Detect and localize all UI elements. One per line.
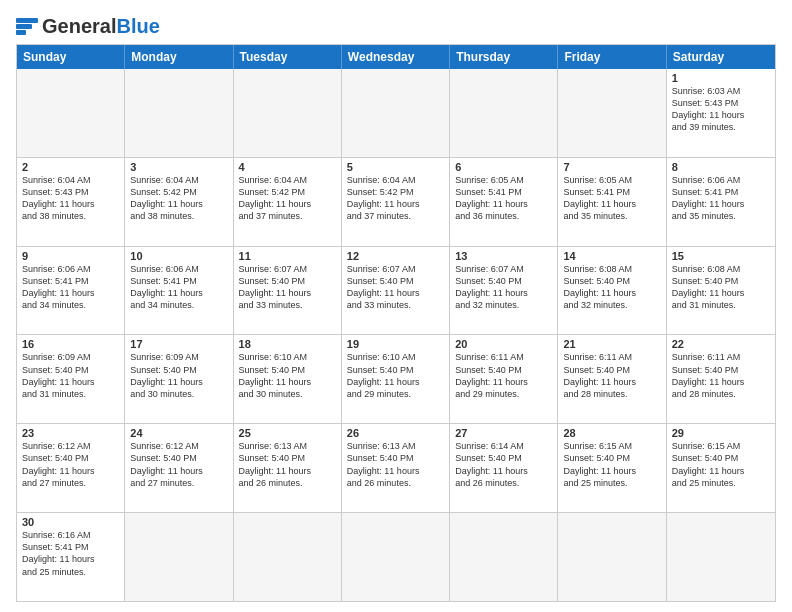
- cell-info: Sunrise: 6:11 AM Sunset: 5:40 PM Dayligh…: [563, 351, 660, 400]
- cell-info: Sunrise: 6:07 AM Sunset: 5:40 PM Dayligh…: [455, 263, 552, 312]
- calendar-cell-empty: [667, 513, 775, 601]
- logo-wrapper: GeneralBlue: [16, 16, 160, 36]
- calendar-cell-day-2: 2Sunrise: 6:04 AM Sunset: 5:43 PM Daylig…: [17, 158, 125, 246]
- calendar-header-tuesday: Tuesday: [234, 45, 342, 69]
- calendar-cell-day-9: 9Sunrise: 6:06 AM Sunset: 5:41 PM Daylig…: [17, 247, 125, 335]
- calendar-cell-day-27: 27Sunrise: 6:14 AM Sunset: 5:40 PM Dayli…: [450, 424, 558, 512]
- cell-info: Sunrise: 6:10 AM Sunset: 5:40 PM Dayligh…: [239, 351, 336, 400]
- day-number: 3: [130, 161, 227, 173]
- calendar-row-5: 30Sunrise: 6:16 AM Sunset: 5:41 PM Dayli…: [17, 512, 775, 601]
- calendar-cell-day-29: 29Sunrise: 6:15 AM Sunset: 5:40 PM Dayli…: [667, 424, 775, 512]
- calendar-cell-day-3: 3Sunrise: 6:04 AM Sunset: 5:42 PM Daylig…: [125, 158, 233, 246]
- calendar-row-0: 1Sunrise: 6:03 AM Sunset: 5:43 PM Daylig…: [17, 69, 775, 157]
- calendar-cell-day-17: 17Sunrise: 6:09 AM Sunset: 5:40 PM Dayli…: [125, 335, 233, 423]
- day-number: 18: [239, 338, 336, 350]
- day-number: 10: [130, 250, 227, 262]
- calendar-cell-day-21: 21Sunrise: 6:11 AM Sunset: 5:40 PM Dayli…: [558, 335, 666, 423]
- calendar-cell-day-12: 12Sunrise: 6:07 AM Sunset: 5:40 PM Dayli…: [342, 247, 450, 335]
- page: GeneralBlue SundayMondayTuesdayWednesday…: [0, 0, 792, 612]
- calendar-cell-empty: [342, 513, 450, 601]
- day-number: 16: [22, 338, 119, 350]
- calendar-cell-day-8: 8Sunrise: 6:06 AM Sunset: 5:41 PM Daylig…: [667, 158, 775, 246]
- calendar-cell-day-20: 20Sunrise: 6:11 AM Sunset: 5:40 PM Dayli…: [450, 335, 558, 423]
- logo-text: GeneralBlue: [42, 16, 160, 36]
- calendar-cell-empty: [234, 513, 342, 601]
- calendar-header-saturday: Saturday: [667, 45, 775, 69]
- cell-info: Sunrise: 6:05 AM Sunset: 5:41 PM Dayligh…: [563, 174, 660, 223]
- day-number: 23: [22, 427, 119, 439]
- calendar-cell-day-22: 22Sunrise: 6:11 AM Sunset: 5:40 PM Dayli…: [667, 335, 775, 423]
- day-number: 28: [563, 427, 660, 439]
- calendar-cell-empty: [17, 69, 125, 157]
- calendar-header-sunday: Sunday: [17, 45, 125, 69]
- calendar-cell-empty: [342, 69, 450, 157]
- day-number: 27: [455, 427, 552, 439]
- calendar-row-4: 23Sunrise: 6:12 AM Sunset: 5:40 PM Dayli…: [17, 423, 775, 512]
- calendar-cell-empty: [234, 69, 342, 157]
- cell-info: Sunrise: 6:14 AM Sunset: 5:40 PM Dayligh…: [455, 440, 552, 489]
- calendar-cell-empty: [125, 513, 233, 601]
- calendar-cell-day-6: 6Sunrise: 6:05 AM Sunset: 5:41 PM Daylig…: [450, 158, 558, 246]
- cell-info: Sunrise: 6:06 AM Sunset: 5:41 PM Dayligh…: [22, 263, 119, 312]
- logo-flag-icon: [16, 18, 38, 35]
- calendar-header: SundayMondayTuesdayWednesdayThursdayFrid…: [17, 45, 775, 69]
- calendar-cell-day-7: 7Sunrise: 6:05 AM Sunset: 5:41 PM Daylig…: [558, 158, 666, 246]
- calendar-cell-day-16: 16Sunrise: 6:09 AM Sunset: 5:40 PM Dayli…: [17, 335, 125, 423]
- calendar-cell-day-25: 25Sunrise: 6:13 AM Sunset: 5:40 PM Dayli…: [234, 424, 342, 512]
- cell-info: Sunrise: 6:15 AM Sunset: 5:40 PM Dayligh…: [672, 440, 770, 489]
- cell-info: Sunrise: 6:13 AM Sunset: 5:40 PM Dayligh…: [239, 440, 336, 489]
- calendar-cell-day-1: 1Sunrise: 6:03 AM Sunset: 5:43 PM Daylig…: [667, 69, 775, 157]
- calendar-cell-day-18: 18Sunrise: 6:10 AM Sunset: 5:40 PM Dayli…: [234, 335, 342, 423]
- day-number: 6: [455, 161, 552, 173]
- cell-info: Sunrise: 6:03 AM Sunset: 5:43 PM Dayligh…: [672, 85, 770, 134]
- day-number: 24: [130, 427, 227, 439]
- day-number: 26: [347, 427, 444, 439]
- calendar-cell-day-13: 13Sunrise: 6:07 AM Sunset: 5:40 PM Dayli…: [450, 247, 558, 335]
- calendar-row-3: 16Sunrise: 6:09 AM Sunset: 5:40 PM Dayli…: [17, 334, 775, 423]
- cell-info: Sunrise: 6:11 AM Sunset: 5:40 PM Dayligh…: [455, 351, 552, 400]
- calendar: SundayMondayTuesdayWednesdayThursdayFrid…: [16, 44, 776, 602]
- calendar-header-monday: Monday: [125, 45, 233, 69]
- day-number: 8: [672, 161, 770, 173]
- day-number: 13: [455, 250, 552, 262]
- day-number: 20: [455, 338, 552, 350]
- calendar-cell-empty: [450, 69, 558, 157]
- calendar-cell-empty: [450, 513, 558, 601]
- cell-info: Sunrise: 6:06 AM Sunset: 5:41 PM Dayligh…: [672, 174, 770, 223]
- calendar-cell-day-23: 23Sunrise: 6:12 AM Sunset: 5:40 PM Dayli…: [17, 424, 125, 512]
- calendar-cell-day-24: 24Sunrise: 6:12 AM Sunset: 5:40 PM Dayli…: [125, 424, 233, 512]
- day-number: 1: [672, 72, 770, 84]
- calendar-row-2: 9Sunrise: 6:06 AM Sunset: 5:41 PM Daylig…: [17, 246, 775, 335]
- calendar-cell-day-10: 10Sunrise: 6:06 AM Sunset: 5:41 PM Dayli…: [125, 247, 233, 335]
- calendar-cell-day-19: 19Sunrise: 6:10 AM Sunset: 5:40 PM Dayli…: [342, 335, 450, 423]
- cell-info: Sunrise: 6:08 AM Sunset: 5:40 PM Dayligh…: [563, 263, 660, 312]
- day-number: 14: [563, 250, 660, 262]
- calendar-cell-day-5: 5Sunrise: 6:04 AM Sunset: 5:42 PM Daylig…: [342, 158, 450, 246]
- calendar-header-thursday: Thursday: [450, 45, 558, 69]
- cell-info: Sunrise: 6:10 AM Sunset: 5:40 PM Dayligh…: [347, 351, 444, 400]
- cell-info: Sunrise: 6:16 AM Sunset: 5:41 PM Dayligh…: [22, 529, 119, 578]
- cell-info: Sunrise: 6:04 AM Sunset: 5:42 PM Dayligh…: [239, 174, 336, 223]
- day-number: 21: [563, 338, 660, 350]
- day-number: 29: [672, 427, 770, 439]
- day-number: 5: [347, 161, 444, 173]
- cell-info: Sunrise: 6:06 AM Sunset: 5:41 PM Dayligh…: [130, 263, 227, 312]
- cell-info: Sunrise: 6:04 AM Sunset: 5:42 PM Dayligh…: [347, 174, 444, 223]
- day-number: 2: [22, 161, 119, 173]
- header: GeneralBlue: [16, 16, 776, 36]
- day-number: 19: [347, 338, 444, 350]
- cell-info: Sunrise: 6:08 AM Sunset: 5:40 PM Dayligh…: [672, 263, 770, 312]
- day-number: 12: [347, 250, 444, 262]
- calendar-header-friday: Friday: [558, 45, 666, 69]
- day-number: 25: [239, 427, 336, 439]
- calendar-cell-empty: [558, 69, 666, 157]
- day-number: 22: [672, 338, 770, 350]
- calendar-cell-day-11: 11Sunrise: 6:07 AM Sunset: 5:40 PM Dayli…: [234, 247, 342, 335]
- logo-area: GeneralBlue: [16, 16, 160, 36]
- cell-info: Sunrise: 6:05 AM Sunset: 5:41 PM Dayligh…: [455, 174, 552, 223]
- cell-info: Sunrise: 6:09 AM Sunset: 5:40 PM Dayligh…: [130, 351, 227, 400]
- cell-info: Sunrise: 6:09 AM Sunset: 5:40 PM Dayligh…: [22, 351, 119, 400]
- calendar-body: 1Sunrise: 6:03 AM Sunset: 5:43 PM Daylig…: [17, 69, 775, 601]
- day-number: 7: [563, 161, 660, 173]
- cell-info: Sunrise: 6:12 AM Sunset: 5:40 PM Dayligh…: [22, 440, 119, 489]
